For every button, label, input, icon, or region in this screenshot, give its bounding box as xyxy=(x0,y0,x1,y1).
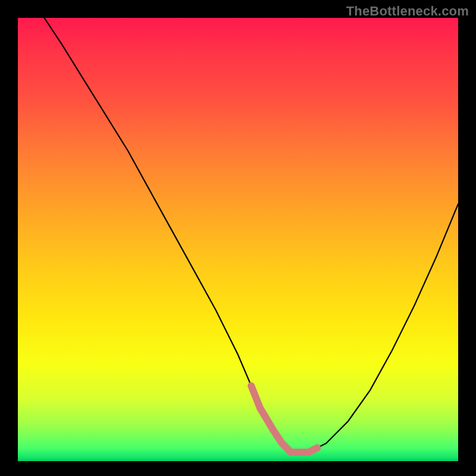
plot-area xyxy=(18,18,458,461)
watermark-text: TheBottleneck.com xyxy=(346,4,469,19)
chart-svg xyxy=(18,18,458,461)
sweet-spot-band xyxy=(251,386,317,452)
chart-frame: TheBottleneck.com xyxy=(0,0,476,476)
